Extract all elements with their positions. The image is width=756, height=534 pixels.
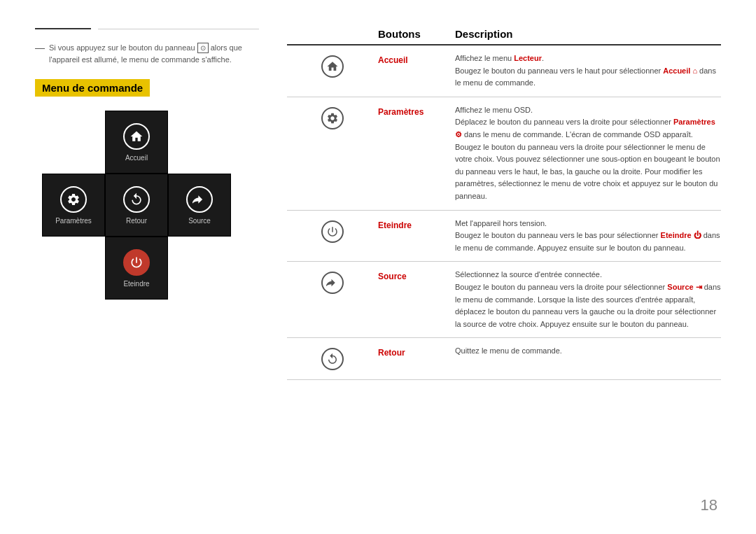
parametres-row-icon	[287, 104, 378, 129]
retour-icon	[123, 186, 150, 213]
menu-cell-source[interactable]: Source	[168, 174, 231, 237]
accueil-button-label: Accueil	[378, 52, 455, 65]
menu-cell-empty-br	[168, 237, 231, 300]
col-header-icon	[287, 28, 378, 40]
table-row-accueil: Accueil Affichez le menu Lecteur. Bougez…	[287, 45, 721, 97]
parametres-label: Paramètres	[55, 217, 92, 225]
parametres-button-label: Paramètres	[378, 104, 455, 117]
source-desc: Sélectionnez la source d'entrée connecté…	[455, 269, 721, 330]
col-header-description: Description	[455, 28, 721, 40]
intro-dash: —	[35, 41, 45, 55]
parametres-desc: Affichez le menu OSD. Déplacez le bouton…	[455, 104, 721, 203]
accueil-icon-shape	[321, 55, 344, 78]
page-number: 18	[701, 496, 718, 514]
top-bar-line-dark	[35, 28, 91, 29]
parametres-icon-shape	[321, 107, 344, 129]
source-row-icon	[287, 269, 378, 294]
source-highlight: Source ⇥	[667, 283, 701, 291]
accueil-desc: Affichez le menu Lecteur. Bougez le bout…	[455, 52, 721, 90]
source-icon	[186, 186, 213, 213]
menu-cell-accueil[interactable]: Accueil	[105, 111, 168, 174]
table-row-source: Source Sélectionnez la source d'entrée c…	[287, 262, 721, 338]
source-button-label: Source	[378, 269, 455, 281]
retour-row-icon	[287, 345, 378, 370]
menu-cell-empty-bl	[42, 237, 105, 300]
parametres-icon	[60, 186, 87, 213]
intro-text: — Si vous appuyez sur le bouton du panne…	[35, 42, 259, 65]
menu-title: Menu de commande	[35, 79, 150, 97]
eteindre-icon-shape	[321, 220, 344, 243]
table-row-eteindre: Eteindre Met l'appareil hors tension. Bo…	[287, 211, 721, 262]
source-icon-shape	[321, 272, 344, 294]
parametres-highlight: Paramètres ⚙	[455, 118, 715, 139]
menu-cell-parametres[interactable]: Paramètres	[42, 174, 105, 237]
eteindre-icon	[123, 249, 150, 276]
eteindre-button-label: Eteindre	[378, 218, 455, 230]
retour-label: Retour	[126, 217, 147, 225]
table-header: Boutons Description	[287, 28, 721, 45]
accueil-highlight: Accueil ⌂	[663, 66, 697, 75]
left-panel: — Si vous appuyez sur le bouton du panne…	[35, 28, 259, 506]
menu-cell-empty-tl	[42, 111, 105, 174]
col-header-boutons: Boutons	[378, 28, 455, 40]
top-bar-line-light	[98, 29, 259, 29]
retour-button-label: Retour	[378, 345, 455, 358]
retour-icon-shape	[321, 348, 344, 370]
eteindre-label: Eteindre	[123, 280, 149, 288]
accueil-label: Accueil	[125, 154, 148, 162]
top-bar	[35, 28, 259, 29]
menu-cell-retour[interactable]: Retour	[105, 174, 168, 237]
retour-desc: Quittez le menu de commande.	[455, 345, 721, 358]
accueil-icon	[123, 123, 150, 150]
menu-cell-eteindre[interactable]: Eteindre	[105, 237, 168, 300]
menu-cell-empty-tr	[168, 111, 231, 174]
accueil-highlight-lecteur: Lecteur	[514, 54, 542, 62]
eteindre-desc: Met l'appareil hors tension. Bougez le b…	[455, 218, 721, 255]
intro-sentence: Si vous appuyez sur le bouton du panneau…	[49, 42, 259, 65]
right-panel: Boutons Description Accueil Affichez le …	[287, 28, 721, 506]
menu-grid: Accueil Paramètres Retour	[42, 111, 231, 300]
source-label: Source	[188, 217, 211, 225]
eteindre-highlight: Eteindre ⏻	[661, 231, 701, 239]
table-row-parametres: Paramètres Affichez le menu OSD. Déplace…	[287, 97, 721, 211]
eteindre-row-icon	[287, 218, 378, 243]
table-row-retour: Retour Quittez le menu de commande.	[287, 338, 721, 380]
accueil-row-icon	[287, 52, 378, 78]
